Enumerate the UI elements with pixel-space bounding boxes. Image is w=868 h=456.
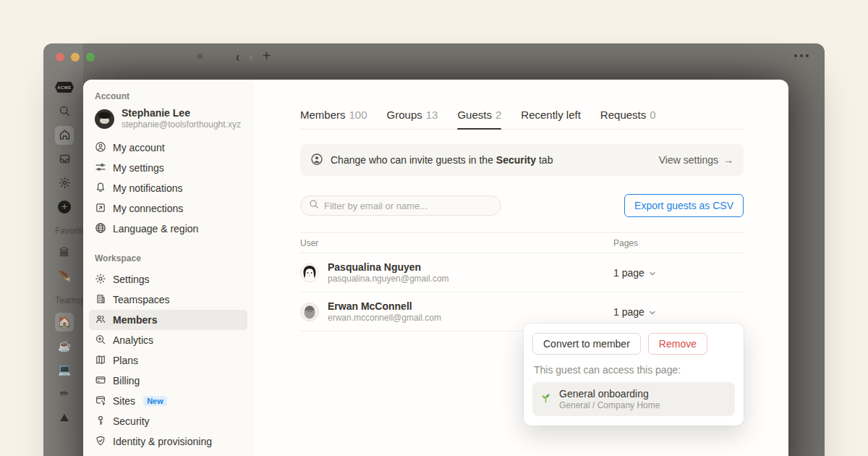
new-page-icon[interactable]: + [55,198,74,216]
guest-avatar [300,303,319,321]
new-badge: New [143,396,167,406]
favorite-page-feather-icon[interactable]: 🪶 [55,267,74,286]
sidebar-item-analytics[interactable]: Analytics [89,330,247,350]
arrow-up-right-square-icon [95,202,106,216]
sprout-icon [540,392,552,407]
settings-sidebar: Account Stephanie Lee stephanie@toolsfor… [83,80,253,456]
guests-table-header: User Pages [300,232,744,253]
sidebar-item-billing[interactable]: Billing [89,371,247,391]
tab-members[interactable]: Members100 [300,109,367,129]
building-icon [95,293,106,307]
sidebar-item-my-connections[interactable]: My connections [89,198,247,219]
inbox-icon[interactable] [55,150,74,169]
sidebar-item-members[interactable]: Members [89,310,247,330]
filter-input[interactable] [324,200,493,211]
column-header-pages: Pages [613,238,744,248]
more-options-button[interactable] [794,54,809,57]
sliders-icon [95,161,106,175]
sidebar-item-teamspaces[interactable]: Teamspaces [89,290,247,310]
favorite-page-building-icon[interactable]: 🏛 [55,243,74,262]
sidebar-item-my-settings[interactable]: My settings [89,158,247,178]
page-title: General onboarding [559,387,660,400]
shield-check-icon [95,435,106,449]
globe-icon [95,222,106,236]
teamspace-laptop-icon[interactable]: 💻 [55,360,74,379]
guest-pages-dropdown[interactable]: 1 page [613,267,744,279]
accessible-page-item[interactable]: General onboarding General / Company Hom… [532,382,735,416]
magnifier-plus-icon [95,334,106,347]
user-email: stephanie@toolsforthought.xyz [122,119,241,130]
sidebar-item-plans[interactable]: Plans [89,350,247,371]
favorites-section-label: Favorites [55,219,83,240]
bell-icon [95,182,106,195]
popup-caption: This guest can access this page: [534,364,733,376]
home-icon[interactable] [55,126,74,145]
settings-gear-icon[interactable] [55,174,74,193]
workspace-section-label: Workspace [95,253,247,263]
sidebar-item-language-region[interactable]: Language & region [89,219,247,239]
sidebar-item-my-account[interactable]: My account [89,138,247,158]
remove-guest-button[interactable]: Remove [648,333,707,355]
guest-actions-popup: Convert to member Remove This guest can … [524,324,744,426]
back-button[interactable]: ‹ [236,48,239,64]
guest-filter-searchbox[interactable] [300,195,501,216]
collapse-sidebar-icon[interactable]: « [197,48,201,63]
search-icon[interactable] [55,102,74,121]
app-window: « ‹ › + ACME + Favorites 🏛 🪶 Teamspaces … [43,43,825,456]
page-breadcrumb: General / Company Home [559,400,660,411]
convert-to-member-button[interactable]: Convert to member [532,333,641,355]
arrow-right-icon: → [723,154,733,166]
member-tabs: Members100 Groups13 Guests2 Recently lef… [300,109,744,130]
guest-email: pasqualina.nguyen@gmail.com [328,274,449,284]
key-icon [95,415,106,428]
person-circle-icon [95,141,106,155]
person-circle-icon [310,153,323,168]
column-header-user: User [300,238,613,248]
teamspaces-section-label: Teamspaces [55,288,83,310]
credit-card-icon [95,374,106,388]
teamspace-pencil-icon[interactable]: ✏ [55,384,74,403]
guest-name: Erwan McConnell [328,300,441,313]
banner-text: Change who can invite guests in the Secu… [331,154,553,166]
map-icon [95,354,106,368]
new-tab-button[interactable]: + [263,48,271,64]
chevron-down-icon [649,267,656,279]
sidebar-item-identity-provisioning[interactable]: Identity & provisioning [89,431,247,452]
workspace-logo[interactable]: ACME [55,82,74,93]
user-avatar [95,109,114,129]
tab-guests[interactable]: Guests2 [457,109,501,129]
account-section-label: Account [95,91,247,101]
members-people-icon [95,313,106,327]
view-settings-link[interactable]: View settings→ [659,154,733,166]
search-icon [309,199,319,212]
export-guests-csv-button[interactable]: Export guests as CSV [624,194,744,217]
gear-icon [95,273,106,287]
tab-recently-left[interactable]: Recently left [521,109,581,129]
account-user-row[interactable]: Stephanie Lee stephanie@toolsforthought.… [95,107,247,130]
teamspace-mountain-icon[interactable]: ⛰ [55,408,74,427]
user-name: Stephanie Lee [122,107,241,119]
chevron-down-icon [649,306,656,318]
sidebar-item-my-notifications[interactable]: My notifications [89,178,247,198]
forward-button[interactable]: › [249,48,252,64]
sidebar-item-security[interactable]: Security [89,411,247,431]
guest-name: Pasqualina Nguyen [328,261,449,274]
teamspace-home-icon[interactable]: 🏠 [55,313,74,332]
teamspace-coffee-icon[interactable]: ☕ [55,337,74,355]
sidebar-item-settings[interactable]: Settings [89,269,247,290]
guest-pages-dropdown[interactable]: 1 page [613,306,744,318]
guest-avatar [300,263,319,282]
settings-modal: Account Stephanie Lee stephanie@toolsfor… [83,80,788,456]
browser-cursor-icon [95,394,106,408]
sidebar-item-sites[interactable]: Sites New [89,391,247,411]
zoom-window-button[interactable] [86,53,95,62]
guest-email: erwan.mcconnell@gmail.com [328,313,441,324]
guest-row-pasqualina[interactable]: Pasqualina Nguyen pasqualina.nguyen@gmai… [300,253,744,292]
tab-groups[interactable]: Groups13 [387,109,438,129]
invite-settings-banner: Change who can invite guests in the Secu… [300,144,744,176]
tab-requests[interactable]: Requests0 [600,109,656,129]
app-sidebar: ACME + Favorites 🏛 🪶 Teamspaces 🏠 ☕ 💻 ✏ … [43,43,83,456]
